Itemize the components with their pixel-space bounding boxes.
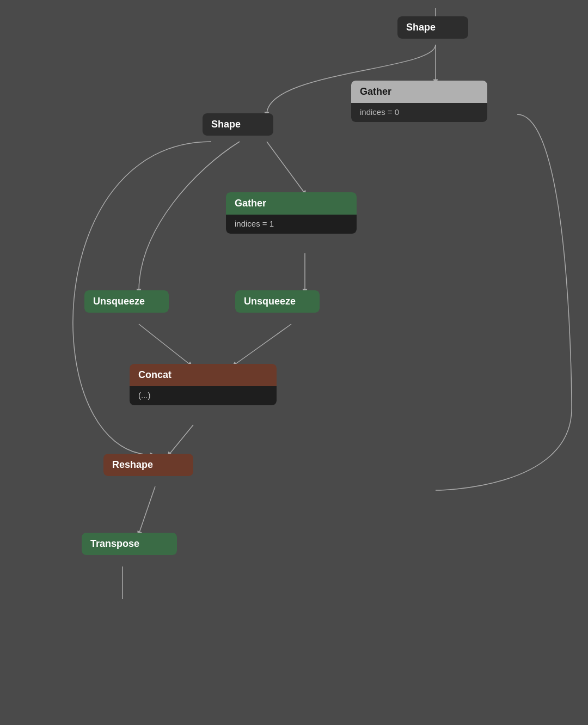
svg-line-5 [169,425,193,455]
svg-line-6 [139,486,155,534]
shape-mid-node[interactable]: Shape [203,113,273,136]
gather-indices0-body: indices = 0 [351,103,487,122]
shape-mid-label: Shape [203,113,273,136]
gather-indices1-header: Gather [226,192,357,215]
gather-indices0-node[interactable]: Gather indices = 0 [351,81,487,122]
graph-canvas: Shape Gather indices = 0 Shape Gather in… [0,0,588,725]
svg-line-1 [267,142,305,193]
unsqueeze-left-label: Unsqueeze [84,290,169,313]
svg-line-4 [234,324,291,365]
connections-svg [0,0,588,725]
unsqueeze-left-node[interactable]: Unsqueeze [84,290,169,313]
concat-header: Concat [130,364,277,386]
shape-top-label: Shape [397,16,468,39]
unsqueeze-right-label: Unsqueeze [235,290,320,313]
concat-body: (...) [130,386,277,405]
unsqueeze-right-node[interactable]: Unsqueeze [235,290,320,313]
reshape-label: Reshape [103,454,193,476]
reshape-node[interactable]: Reshape [103,454,193,476]
gather-indices1-node[interactable]: Gather indices = 1 [226,192,357,234]
transpose-node[interactable]: Transpose [82,533,177,555]
svg-line-3 [139,324,191,365]
concat-node[interactable]: Concat (...) [130,364,277,405]
shape-top-node[interactable]: Shape [397,16,468,39]
gather-indices1-body: indices = 1 [226,215,357,234]
transpose-label: Transpose [82,533,177,555]
gather-indices0-header: Gather [351,81,487,103]
